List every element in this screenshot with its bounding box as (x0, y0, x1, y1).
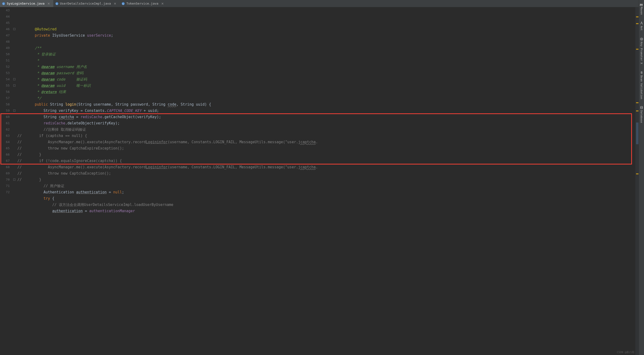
code-line[interactable]: @Autowired (17, 26, 635, 32)
code-line[interactable]: // throw new CaptchaException(); (17, 170, 635, 176)
line-number[interactable]: 48 (0, 38, 10, 45)
maven-icon: m (640, 2, 643, 6)
toolwindow-label: Database (640, 110, 643, 123)
close-icon[interactable] (47, 2, 50, 5)
fold-handle[interactable]: - (13, 28, 16, 30)
code-line[interactable]: // } (17, 152, 635, 158)
fold-handle[interactable]: - (13, 178, 16, 181)
fold-handle[interactable]: - (13, 110, 16, 112)
code-line[interactable]: // AsyncManager.me().execute(AsyncFactor… (17, 139, 635, 145)
line-number[interactable]: 44 (0, 14, 10, 20)
toolwindow-label: Key Promoter X (640, 42, 643, 64)
warning-marker[interactable] (636, 49, 638, 50)
svg-text:C: C (122, 2, 124, 5)
code-line[interactable]: * @param password 密码 (17, 70, 635, 76)
code-line[interactable]: /** (17, 45, 635, 51)
line-number[interactable]: 43 (0, 7, 10, 14)
warning-marker[interactable] (636, 174, 638, 174)
code-line[interactable]: public String login(String username, Str… (17, 101, 635, 108)
code-line[interactable]: * @param username 用户名 (17, 64, 635, 70)
line-number[interactable]: 66 (0, 152, 10, 158)
warning-marker[interactable] (636, 16, 638, 17)
line-number[interactable]: 55 (0, 82, 10, 89)
toolwindow-label: Bean Validation (640, 75, 643, 99)
code-line[interactable]: try { (17, 195, 635, 202)
fold-handle[interactable]: - (13, 78, 16, 80)
code-line[interactable]: // AsyncManager.me().execute(AsyncFactor… (17, 164, 635, 170)
fold-handle[interactable]: - (13, 84, 16, 86)
line-number[interactable]: 54 (0, 76, 10, 82)
line-number[interactable]: 67 (0, 158, 10, 164)
line-number[interactable]: 52 (0, 64, 10, 70)
line-number[interactable]: 71 (0, 183, 10, 189)
code-line[interactable]: * @return 结果 (17, 89, 635, 95)
ide-root: CSysLoginService.javaCUserDetailsService… (0, 0, 644, 355)
error-stripe[interactable] (635, 7, 639, 355)
tab-tokenservice[interactable]: CTokenService.java (120, 0, 167, 7)
line-number[interactable]: 58 (0, 101, 10, 108)
code-body[interactable]: @Autowired private ISysUserService userS… (16, 7, 635, 355)
code-line[interactable]: //注释掉 取消验证码验证 (17, 126, 635, 133)
code-line[interactable]: * 登录验证 (17, 51, 635, 58)
code-line[interactable]: Authentication authentication = null; (17, 189, 635, 195)
line-number[interactable]: 51 (0, 58, 10, 64)
toolwindow-keypromoter[interactable]: Key Promoter X (640, 36, 643, 66)
line-number[interactable]: 70 (0, 176, 10, 183)
line-number[interactable]: 72 (0, 189, 10, 195)
warning-marker[interactable] (636, 23, 638, 24)
warning-marker[interactable] (636, 102, 638, 103)
line-number[interactable]: 53 (0, 70, 10, 76)
keypromoter-icon (640, 38, 643, 41)
code-line[interactable]: // 该方法会去调用UserDetailsServiceImpl.loadUse… (17, 202, 635, 208)
line-number[interactable]: 64 (0, 139, 10, 145)
line-number[interactable]: 68 (0, 164, 10, 170)
code-line[interactable]: * (17, 58, 635, 64)
line-number[interactable]: 62 (0, 126, 10, 133)
code-line[interactable]: // if (!code.equalsIgnoreCase(captcha)) … (17, 158, 635, 164)
svg-point-7 (641, 38, 642, 40)
toolwindow-maven[interactable]: mMaven (640, 1, 643, 16)
toolwindow-label: Maven (640, 7, 643, 15)
line-number[interactable]: 61 (0, 120, 10, 126)
line-number[interactable]: 47 (0, 32, 10, 38)
class-icon: C (2, 2, 5, 5)
code-line[interactable]: // throw new CaptchaExpireException(); (17, 145, 635, 152)
line-number[interactable]: 63 (0, 133, 10, 139)
warning-marker[interactable] (636, 110, 638, 112)
line-number[interactable]: 56 (0, 89, 10, 95)
close-icon[interactable] (113, 2, 117, 5)
change-marker[interactable] (636, 122, 638, 144)
code-line[interactable]: authentication = authenticationManager (17, 208, 635, 214)
line-number[interactable]: 57 (0, 95, 10, 101)
code-line[interactable]: String captcha = redisCache.getCacheObje… (17, 114, 635, 120)
code-line[interactable]: * @param code 验证码 (17, 76, 635, 82)
editor-tabs: CSysLoginService.javaCUserDetailsService… (0, 0, 639, 7)
svg-point-6 (640, 38, 643, 40)
line-number[interactable]: 45 (0, 20, 10, 26)
tab-sysloginservice[interactable]: CSysLoginService.java (0, 0, 53, 7)
line-number[interactable]: 59 (0, 108, 10, 114)
code-line[interactable] (17, 38, 635, 45)
line-number[interactable]: 50 (0, 51, 10, 58)
editor-main: CSysLoginService.javaCUserDetailsService… (0, 0, 639, 355)
line-number[interactable]: 49 (0, 45, 10, 51)
line-number[interactable]: 65 (0, 145, 10, 152)
code-line[interactable]: // } (17, 176, 635, 183)
line-number[interactable]: 69 (0, 170, 10, 176)
code-line[interactable]: redisCache.deleteObject(verifyKey); (17, 120, 635, 126)
close-icon[interactable] (161, 2, 164, 5)
line-number[interactable]: 60 (0, 114, 10, 120)
line-number[interactable]: 46 (0, 26, 10, 32)
tab-userdetailsserviceimpl[interactable]: CUserDetailsServiceImpl.java (53, 0, 120, 7)
toolwindow-beanvalidation[interactable]: Bean Validation (640, 70, 643, 100)
code-line[interactable]: // if (captcha == null) { (17, 133, 635, 139)
code-line[interactable]: private ISysUserService userService; (17, 32, 635, 38)
toolwindow-database[interactable]: Database (640, 104, 643, 124)
code-line[interactable]: String verifyKey = Constants.CAPTCHA_COD… (17, 108, 635, 114)
toolwindow-ant[interactable]: Ant (640, 20, 643, 32)
code-line[interactable]: * @param uuid 唯一标识 (17, 82, 635, 89)
editor-area[interactable]: 4344454647484950515253545556575859606162… (0, 7, 639, 355)
code-line[interactable]: // 用户验证 (17, 183, 635, 189)
right-toolwindow-bar: mMavenAntKey Promoter XBean ValidationDa… (639, 0, 644, 355)
code-line[interactable]: */ (17, 95, 635, 101)
